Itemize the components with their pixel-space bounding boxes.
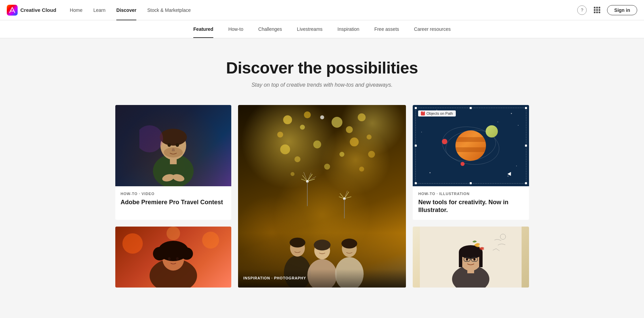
svg-point-21 [313,141,321,148]
card-middle-overlay: INSPIRATION · PHOTOGRAPHY [238,269,406,288]
subnav-livestreams[interactable]: Livestreams [290,20,330,38]
subnav-career-resources[interactable]: Career resources [407,20,458,38]
svg-point-13 [331,117,342,128]
svg-point-88 [473,258,475,260]
svg-point-26 [290,172,294,176]
svg-point-11 [283,115,292,124]
card-image-butterfly [413,227,529,288]
svg-point-64 [122,233,143,254]
top-nav: Creative Cloud Home Learn Discover Stock… [0,0,644,20]
sign-in-button[interactable]: Sign in [607,5,637,15]
svg-point-24 [339,152,344,157]
svg-point-50 [314,240,331,251]
app-switcher-icon [594,7,600,13]
card-illustrator-tools[interactable]: Objects on Path [413,105,529,220]
svg-point-27 [324,164,330,169]
card-title: Adobe Premiere Pro Travel Contest [121,198,226,206]
card-meta: HOW-TO · VIDEO [121,192,226,196]
hero-section: Discover the possibilities Stay on top o… [0,38,644,105]
svg-point-10 [139,125,163,152]
card-grid: HOW-TO · VIDEO Adobe Premiere Pro Travel… [115,105,529,288]
svg-point-74 [169,242,178,252]
svg-point-66 [167,227,180,240]
svg-point-87 [466,258,468,260]
nav-learn[interactable]: Learn [88,0,111,20]
top-nav-right: ? Sign in [577,5,637,15]
svg-rect-83 [479,252,483,267]
svg-rect-9 [170,157,177,164]
nav-home[interactable]: Home [64,0,88,20]
card-image-man [115,105,231,186]
svg-point-53 [341,239,357,249]
nav-stock[interactable]: Stock & Marketplace [142,0,196,20]
card-image-illustrator: Objects on Path [413,105,529,186]
planet-illustration [440,115,501,176]
subnav-free-assets[interactable]: Free assets [367,20,407,38]
svg-point-25 [368,151,375,157]
card-butterfly-woman[interactable] [413,227,529,288]
card-sparkle-photography[interactable]: INSPIRATION · PHOTOGRAPHY [238,105,406,288]
svg-line-29 [307,174,312,182]
main-planet [455,130,486,161]
brand-logo[interactable]: Creative Cloud [7,5,56,16]
svg-point-75 [168,257,171,260]
subnav-challenges[interactable]: Challenges [251,20,290,38]
hero-title: Discover the possibilities [7,59,637,77]
svg-point-12 [304,111,311,118]
svg-point-17 [320,115,324,120]
card-title: New tools for creativity. Now in Illustr… [418,198,523,214]
svg-point-5 [168,143,171,147]
help-button[interactable]: ? [577,5,587,15]
card-middle-meta: INSPIRATION · PHOTOGRAPHY [243,276,401,280]
svg-point-15 [277,132,283,137]
svg-point-14 [357,113,365,121]
card-content: HOW-TO · ILLUSTRATION New tools for crea… [413,186,529,220]
sub-nav: Featured How-to Challenges Livestreams I… [0,20,644,38]
svg-point-20 [280,144,290,154]
svg-point-6 [176,143,179,147]
card-woman-curly[interactable] [115,227,231,288]
svg-point-72 [160,243,170,254]
svg-point-19 [367,134,372,140]
svg-point-3 [160,129,187,146]
svg-point-81 [459,245,483,259]
svg-point-73 [177,243,187,254]
subnav-inspiration[interactable]: Inspiration [330,20,367,38]
subnav-how-to[interactable]: How-to [221,20,251,38]
adobe-logo-icon [7,5,18,16]
svg-point-76 [176,257,179,260]
svg-rect-82 [459,252,462,267]
svg-point-18 [346,126,352,133]
top-nav-links: Home Learn Discover Stock & Marketplace [64,0,577,20]
hero-subtitle: Stay on top of creative trends with how-… [7,82,637,88]
svg-point-23 [294,156,300,162]
svg-point-65 [202,232,219,249]
nav-discover[interactable]: Discover [111,0,142,20]
card-meta: HOW-TO · ILLUSTRATION [418,192,523,196]
small-planet [486,125,498,137]
brand-name: Creative Cloud [20,7,56,13]
content-area: HOW-TO · VIDEO Adobe Premiere Pro Travel… [102,105,543,308]
svg-point-47 [289,238,305,248]
svg-point-16 [300,125,305,130]
card-premiere-pro[interactable]: HOW-TO · VIDEO Adobe Premiere Pro Travel… [115,105,231,220]
card-image-woman-curly [115,227,231,288]
app-switcher-button[interactable] [592,5,602,15]
svg-point-22 [350,137,358,146]
svg-point-28 [359,167,364,172]
svg-line-33 [307,173,311,181]
card-content: HOW-TO · VIDEO Adobe Premiere Pro Travel… [115,186,231,212]
svg-rect-0 [7,5,18,16]
small-planet-red-2 [461,162,465,166]
subnav-featured[interactable]: Featured [186,20,221,38]
